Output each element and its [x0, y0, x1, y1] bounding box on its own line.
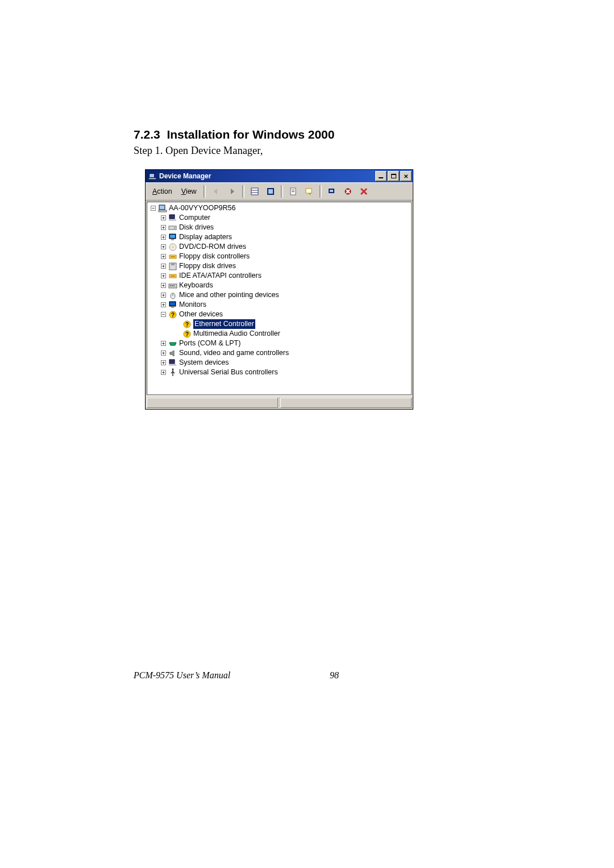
svg-text:?: ?: [185, 331, 189, 337]
app-icon: [148, 172, 157, 181]
expander-icon[interactable]: +: [161, 264, 166, 269]
expander-icon[interactable]: +: [161, 215, 166, 220]
tree-item-dvd-cdrom[interactable]: + DVD/CD-ROM drives: [150, 242, 410, 252]
computer-icon: [168, 214, 177, 223]
expander-icon[interactable]: +: [161, 350, 166, 356]
svg-rect-26: [171, 256, 175, 257]
heading-title: Installation for Windows 2000: [167, 128, 334, 141]
expander-icon[interactable]: +: [161, 370, 166, 375]
mouse-icon: [168, 291, 177, 300]
svg-rect-17: [169, 219, 176, 221]
minimize-button[interactable]: [375, 171, 387, 181]
forward-button[interactable]: [225, 185, 239, 198]
tree-label: Computer: [179, 213, 210, 223]
svg-rect-28: [171, 263, 175, 265]
tree-item-floppy-drives[interactable]: + Floppy disk drives: [150, 261, 410, 271]
tree-root[interactable]: − AA-00VYYOOP9R56: [150, 203, 410, 213]
tree-item-ports[interactable]: + Ports (COM & LPT): [150, 339, 410, 348]
svg-rect-22: [171, 239, 174, 240]
tree-label: System devices: [179, 358, 229, 368]
controller-icon: [168, 272, 177, 281]
svg-rect-12: [330, 190, 333, 192]
other-devices-icon: ?: [168, 310, 177, 319]
toolbar-scan-hardware-icon[interactable]: [341, 185, 355, 198]
expander-icon[interactable]: +: [161, 293, 166, 298]
tree-item-keyboards[interactable]: + Keyboards: [150, 281, 410, 290]
expander-icon[interactable]: +: [161, 341, 166, 346]
expander-icon[interactable]: +: [161, 225, 166, 230]
disk-icon: [168, 223, 177, 232]
expander-icon[interactable]: +: [161, 244, 166, 249]
toolbar-show-hidden-icon[interactable]: [263, 185, 278, 198]
tree-label: Display adapters: [179, 232, 232, 242]
menu-separator: [204, 185, 206, 198]
svg-rect-14: [159, 205, 165, 210]
controller-icon: [168, 252, 177, 261]
expander-icon[interactable]: +: [161, 235, 166, 240]
expander-icon[interactable]: +: [161, 254, 166, 259]
section-heading: 7.2.3 Installation for Windows 2000: [134, 128, 483, 141]
expander-icon[interactable]: −: [161, 312, 166, 317]
close-button[interactable]: [400, 171, 412, 181]
svg-rect-2: [251, 188, 258, 195]
expander-icon[interactable]: +: [161, 283, 166, 288]
tree-item-sound-video-game[interactable]: + Sound, video and game controllers: [150, 348, 410, 358]
svg-point-19: [174, 227, 175, 228]
tree-item-system-devices[interactable]: + System devices: [150, 358, 410, 368]
svg-rect-33: [172, 285, 173, 286]
expander-icon[interactable]: −: [151, 206, 156, 211]
maximize-button[interactable]: [388, 171, 399, 181]
device-tree: − AA-00VYYOOP9R56 + Computer + Disk driv…: [147, 202, 412, 395]
menubar: Action View: [146, 182, 413, 201]
statusbar-cell: [147, 398, 278, 408]
tree-label: Floppy disk drives: [179, 261, 236, 271]
page-footer: PCM-9575 User’s Manual 98: [134, 670, 483, 681]
svg-rect-16: [169, 215, 175, 219]
window-title: Device Manager: [159, 172, 211, 180]
toolbar-view-icon[interactable]: [247, 185, 262, 198]
tree-root-label: AA-00VYYOOP9R56: [169, 203, 235, 213]
tree-label: Floppy disk controllers: [179, 252, 250, 261]
tree-item-ide-controllers[interactable]: + IDE ATA/ATAPI controllers: [150, 271, 410, 281]
ports-icon: [168, 339, 177, 348]
expander-icon[interactable]: +: [161, 360, 166, 365]
svg-rect-9: [292, 191, 294, 192]
tree-label-selected: Ethernet Controller: [193, 319, 255, 329]
toolbar-properties-icon[interactable]: [286, 185, 301, 198]
expander-icon[interactable]: +: [161, 273, 166, 278]
back-button[interactable]: [209, 185, 223, 198]
tree-item-floppy-controllers[interactable]: + Floppy disk controllers: [150, 252, 410, 261]
tree-item-mice[interactable]: + Mice and other pointing devices: [150, 290, 410, 300]
tree-item-disk-drives[interactable]: + Disk drives: [150, 223, 410, 232]
menu-action[interactable]: Action: [148, 186, 177, 197]
svg-rect-0: [150, 174, 155, 178]
tree-item-ethernet-controller[interactable]: ? Ethernet Controller: [150, 319, 410, 329]
tree-label: Multimedia Audio Controller: [193, 329, 280, 339]
sound-icon: [168, 349, 177, 358]
svg-rect-18: [169, 226, 176, 229]
svg-rect-39: [171, 307, 174, 308]
tree-item-other-devices[interactable]: − ? Other devices: [150, 310, 410, 319]
svg-rect-15: [159, 210, 167, 212]
tree-item-computer[interactable]: + Computer: [150, 213, 410, 223]
menu-view[interactable]: View: [177, 186, 201, 197]
expander-icon[interactable]: +: [161, 302, 166, 307]
toolbar-cancel-icon[interactable]: [356, 185, 371, 198]
toolbar-separator-1: [242, 185, 244, 198]
tree-item-usb-controllers[interactable]: + Universal Serial Bus controllers: [150, 368, 410, 377]
toolbar-refresh-icon[interactable]: [302, 185, 317, 198]
tree-item-display-adapters[interactable]: + Display adapters: [150, 232, 410, 242]
unknown-device-icon: ?: [182, 320, 192, 329]
floppy-icon: [168, 262, 177, 271]
footer-manual-name: PCM-9575 User’s Manual: [134, 670, 230, 681]
system-icon: [168, 358, 177, 368]
tree-item-monitors[interactable]: + Monitors: [150, 300, 410, 310]
tree-label: DVD/CD-ROM drives: [179, 242, 246, 252]
tree-label: Ports (COM & LPT): [179, 339, 240, 348]
cdrom-icon: [168, 243, 177, 252]
tree-item-multimedia-audio[interactable]: ? Multimedia Audio Controller: [150, 329, 410, 339]
tree-label: Monitors: [179, 300, 206, 310]
statusbar-cell: [280, 398, 412, 408]
toolbar-uninstall-icon[interactable]: [325, 185, 339, 198]
tree-label: Keyboards: [179, 281, 213, 290]
